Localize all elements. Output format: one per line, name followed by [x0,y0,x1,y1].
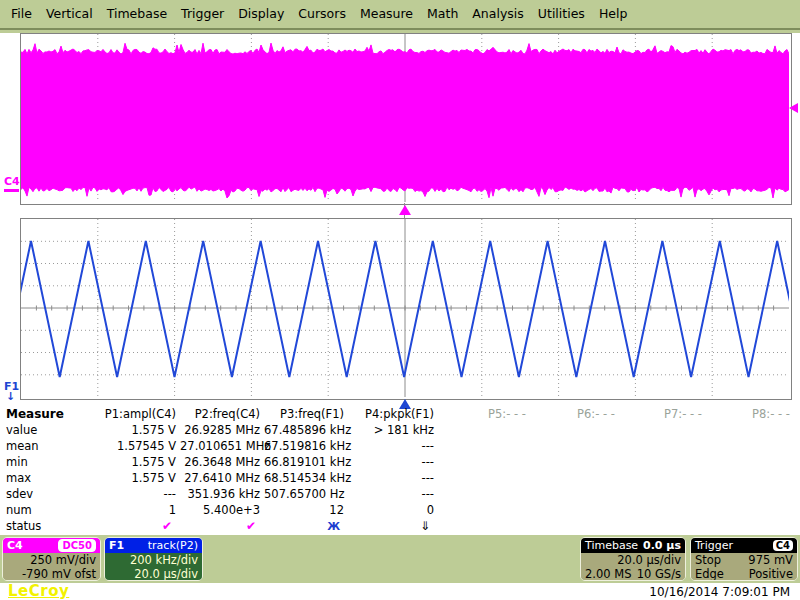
measure-p3-num: 12 [264,502,348,518]
measure-row-label-num: num [0,502,95,518]
oscilloscope-screen: FileVerticalTimebaseTriggerDisplayCursor… [0,0,800,600]
menu-item-cursors[interactable]: Cursors [291,0,353,28]
c4-descriptor-name: C4 [7,538,23,553]
measure-p5-mean [438,438,530,454]
trigger-mode: Stop [695,553,721,567]
measure-p6-value [530,422,619,438]
measure-p1-mean: 1.57545 V [95,438,180,454]
measure-p2-mean: 27.010651 MHz [180,438,264,454]
timebase-delay: 0.0 µs [643,538,681,553]
measure-title: Measure [0,406,95,422]
timebase-name: Timebase [585,538,638,553]
f1-waveform-grid[interactable] [20,218,792,400]
measure-p5-min [438,454,530,470]
measure-p3-sdev: 507.65700 Hz [264,486,348,502]
measure-row-label-status: status [0,518,95,534]
measure-p7-min [619,454,706,470]
measure-p1-num: 1 [95,502,180,518]
f1-descriptor-box[interactable]: F1 track(P2) 200 kHz/div 20.0 µs/div [104,537,203,581]
timebase-per-div: 20.0 µs/div [585,553,681,567]
menu-item-analysis[interactable]: Analysis [465,0,531,28]
trigger-source-badge: C4 [773,540,793,551]
measure-p2-min: 26.3648 MHz [180,454,264,470]
measure-p3-min: 66.819101 kHz [264,454,348,470]
c4-descriptor-box[interactable]: C4 DC50 250 mV/div -790 mV ofst [2,537,101,581]
measure-p2-sdev: 351.936 kHz [180,486,264,502]
measure-p3-status-icon: Ж [264,518,348,534]
measure-p8-num [706,502,794,518]
trigger-name: Trigger [695,538,733,553]
trigger-time-marker-icon[interactable] [399,205,411,215]
menu-item-display[interactable]: Display [231,0,291,28]
measure-p7-status-icon [619,518,706,534]
measure-p4-value: > 181 kHz [348,422,438,438]
measure-p2-num: 5.400e+3 [180,502,264,518]
measure-p6-mean [530,438,619,454]
c4-trace [21,34,789,202]
f1-time-per-div: 20.0 µs/div [109,567,198,581]
menu-item-timebase[interactable]: Timebase [100,0,174,28]
menu-item-vertical[interactable]: Vertical [39,0,100,28]
measure-col-header-p5[interactable]: P5:- - - [438,406,530,422]
measure-p5-status-icon [438,518,530,534]
menu-item-measure[interactable]: Measure [353,0,420,28]
c4-offset-value: -790 mV ofst [7,567,96,581]
timebase-rate: 10 GS/s [637,567,681,581]
measure-row-label-max: max [0,470,95,486]
f1-units-per-div: 200 kHz/div [109,553,198,567]
menu-item-file[interactable]: File [4,0,39,28]
measure-table: MeasureP1:ampl(C4)P2:freq(C4)P3:freq(F1)… [0,406,800,534]
c4-channel-label[interactable]: C4 [4,175,20,188]
measure-p8-sdev [706,486,794,502]
measure-p5-max [438,470,530,486]
measure-p8-min [706,454,794,470]
measure-col-header-p3[interactable]: P3:freq(F1) [264,406,348,422]
measure-p7-num [619,502,706,518]
c4-waveform-grid[interactable] [20,33,792,205]
timestamp: 10/16/2014 7:09:01 PM [649,585,790,599]
f1-source: track(P2) [148,538,198,553]
measure-p2-status-icon: ✔ [180,518,264,534]
descriptor-strip: C4 DC50 250 mV/div -790 mV ofst F1 track… [0,535,800,583]
measure-col-header-p8[interactable]: P8:- - - [706,406,794,422]
menu-bar: FileVerticalTimebaseTriggerDisplayCursor… [0,0,800,33]
menu-item-help[interactable]: Help [592,0,635,28]
measure-p1-status-icon: ✔ [95,518,180,534]
measure-p4-sdev: --- [348,486,438,502]
measure-p8-value [706,422,794,438]
measure-col-header-p7[interactable]: P7:- - - [619,406,706,422]
c4-coupling-badge: DC50 [58,539,96,552]
measure-col-header-p4[interactable]: P4:pkpk(F1) [348,406,438,422]
trigger-type: Edge [695,567,724,581]
measure-col-header-p1[interactable]: P1:ampl(C4) [95,406,180,422]
measure-p6-max [530,470,619,486]
measure-p6-num [530,502,619,518]
menu-item-math[interactable]: Math [420,0,465,28]
trigger-level-marker-icon[interactable] [789,103,798,113]
measure-row-label-mean: mean [0,438,95,454]
timebase-samples: 2.00 MS [585,567,631,581]
measure-p6-sdev [530,486,619,502]
trigger-descriptor-box[interactable]: Trigger C4 Stop 975 mV Edge Positive [690,537,798,581]
measure-p5-num [438,502,530,518]
measure-p6-min [530,454,619,470]
c4-offset-indicator[interactable] [4,189,19,192]
measure-col-header-p6[interactable]: P6:- - - [530,406,619,422]
timebase-descriptor-box[interactable]: Timebase 0.0 µs 20.0 µs/div 2.00 MS 10 G… [580,537,686,581]
measure-col-header-p2[interactable]: P2:freq(C4) [180,406,264,422]
measure-p4-mean: --- [348,438,438,454]
measure-p3-max: 68.514534 kHz [264,470,348,486]
measure-p7-sdev [619,486,706,502]
f1-descriptor-name: F1 [109,538,124,553]
measure-p3-mean: 67.519816 kHz [264,438,348,454]
measure-p8-mean [706,438,794,454]
measure-p5-value [438,422,530,438]
measure-p4-min: --- [348,454,438,470]
measure-p7-value [619,422,706,438]
menu-item-utilities[interactable]: Utilities [531,0,592,28]
measure-p1-value: 1.575 V [95,422,180,438]
measure-p2-max: 27.6410 MHz [180,470,264,486]
measure-p4-num: 0 [348,502,438,518]
menu-item-trigger[interactable]: Trigger [174,0,231,28]
c4-volts-per-div: 250 mV/div [7,553,96,567]
